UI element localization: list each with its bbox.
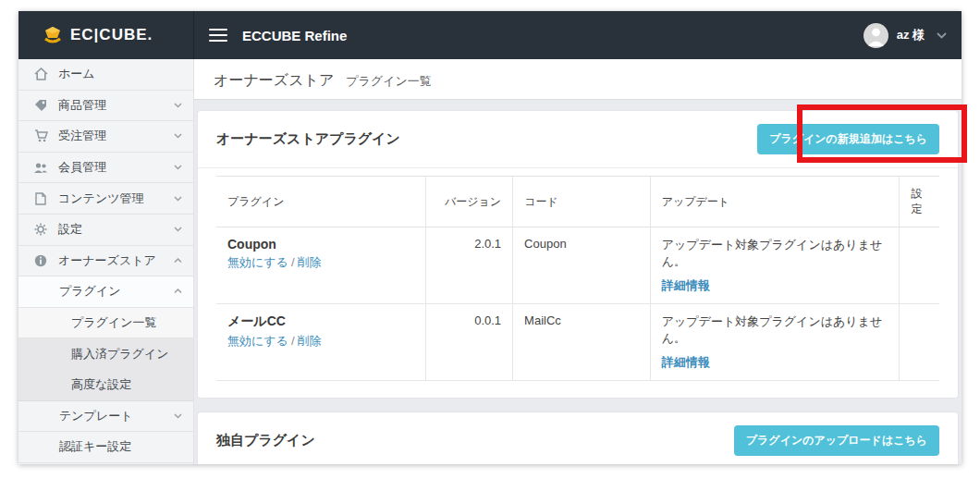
sidebar-item-auth-key[interactable]: 認証キー設定 [18,432,193,463]
sidebar-item-template[interactable]: テンプレート [18,401,193,433]
app-title: ECCUBE Refine [242,28,347,43]
sidebar-item-label: ホーム [58,66,95,82]
delete-link[interactable]: 削除 [298,255,322,269]
sidebar-item-label: 会員管理 [58,159,106,176]
sidebar-item-label: プラグイン [59,283,121,300]
user-avatar [864,23,888,48]
setting-cell [900,227,939,304]
user-name: az 様 [897,27,925,43]
plugin-version: 2.0.1 [426,227,513,304]
breadcrumb: オーナーズストア プラグイン一覧 [194,59,962,100]
sidebar-item-orders[interactable]: 受注管理 [18,121,193,153]
hamburger-menu-icon[interactable] [209,25,227,45]
sidebar-item-label: 設定 [58,221,82,238]
sidebar-item-owners-store[interactable]: オーナーズストア [18,246,193,277]
sidebar-item-home[interactable]: ホーム [18,59,193,91]
chevron-down-icon [937,32,947,39]
disable-link[interactable]: 無効にする [227,255,288,269]
sidebar-item-label: テンプレート [59,408,133,424]
owners-card-title: オーナーズストアプラグイン [216,130,400,148]
main-content: オーナーズストア プラグイン一覧 オーナーズストアプラグイン プラグインの新規追… [194,59,962,464]
column-header-version: バージョン [426,177,513,227]
separator: / [288,255,298,269]
sidebar-item-label: プラグイン一覧 [71,314,157,331]
sidebar-item-label: オーナーズストア [58,252,156,269]
plugin-code: Coupon [513,227,651,304]
separator: / [288,334,298,348]
sidebar-item-settings[interactable]: 設定 [18,215,193,246]
admin-window: EC|CUBE. ECCUBE Refine az 様 [18,11,962,464]
sidebar-item-plugin-list[interactable]: プラグイン一覧 [18,308,193,339]
setting-cell [900,304,939,381]
sidebar-item-label: 認証キー設定 [59,438,131,455]
plugin-version: 0.0.1 [426,304,513,381]
chevron-down-icon [174,133,182,139]
detail-info-link[interactable]: 詳細情報 [662,355,710,369]
column-header-update: アップデート [650,177,900,227]
tag-icon [33,98,48,113]
gear-icon [33,222,48,237]
file-icon [33,191,48,206]
sidebar-item-purchased-plugins[interactable]: 購入済プラグイン [18,338,193,370]
sidebar-item-label: 高度な設定 [71,376,131,393]
sidebar-item-advanced-settings[interactable]: 高度な設定 [18,370,193,401]
top-header: EC|CUBE. ECCUBE Refine az 様 [18,11,962,59]
add-plugin-button[interactable]: プラグインの新規追加はこちら [757,124,939,154]
owners-plugin-table: プラグイン バージョン コード アップデート 設定 [216,176,939,381]
chevron-down-icon [174,165,182,170]
table-row: Coupon 無効にする/削除 2.0.1 Coupon アップデート対象プラグ… [216,227,939,304]
eccube-logo-text: EC|CUBE. [70,26,153,44]
custom-plugin-card: 独自プラグイン プラグインのアップロードはこちら プラグイン バージョン [198,412,958,464]
eccube-logo[interactable]: EC|CUBE. [18,11,194,59]
sidebar-item-plugin[interactable]: プラグイン [18,276,193,308]
chevron-down-icon [174,103,182,108]
sidebar: ホーム 商品管理 受注管理 会員管理 [18,59,194,464]
detail-info-link[interactable]: 詳細情報 [662,278,710,292]
chevron-up-icon [174,258,182,264]
sidebar-item-label: 購入済プラグイン [71,346,169,362]
custom-card-title: 独自プラグイン [216,432,315,449]
sidebar-item-label: 受注管理 [58,128,106,144]
plugin-name: Coupon [227,237,414,252]
delete-link[interactable]: 削除 [298,334,322,348]
plugin-name: メールCC [227,313,414,330]
owners-store-plugin-card: オーナーズストアプラグイン プラグインの新規追加はこちら プラグイン バージ [198,111,958,398]
sidebar-item-label: 商品管理 [58,97,106,114]
users-icon [33,160,48,175]
eccube-cube-icon [43,26,63,44]
plugin-code: MailCc [513,304,651,381]
cart-icon [33,129,48,143]
breadcrumb-page: プラグイン一覧 [346,73,432,90]
column-header-code: コード [513,177,651,227]
home-icon [33,67,48,81]
info-circle-icon [33,253,48,268]
upload-plugin-button[interactable]: プラグインのアップロードはこちら [734,425,939,456]
content-area: オーナーズストアプラグイン プラグインの新規追加はこちら プラグイン バージ [194,100,962,464]
sidebar-item-products[interactable]: 商品管理 [18,91,193,122]
topbar-main: ECCUBE Refine az 様 [194,11,962,59]
chevron-down-icon [174,413,182,419]
chevron-down-icon [174,227,182,232]
update-message: アップデート対象プラグインはありません。 [662,237,888,270]
user-menu[interactable]: az 様 [864,23,947,48]
update-message: アップデート対象プラグインはありません。 [662,313,888,347]
column-header-setting: 設定 [900,177,939,227]
chevron-up-icon [174,289,182,294]
chevron-down-icon [174,196,182,202]
table-header-row: プラグイン バージョン コード アップデート 設定 [216,177,939,227]
sidebar-item-label: コンテンツ管理 [58,190,144,207]
disable-link[interactable]: 無効にする [227,334,288,348]
breadcrumb-section: オーナーズストア [214,71,334,91]
sidebar-item-members[interactable]: 会員管理 [18,153,193,184]
column-header-plugin: プラグイン [216,177,426,227]
table-row: メールCC 無効にする/削除 0.0.1 MailCc アップデート対象プラグイ… [216,304,939,381]
sidebar-item-contents[interactable]: コンテンツ管理 [18,183,193,215]
